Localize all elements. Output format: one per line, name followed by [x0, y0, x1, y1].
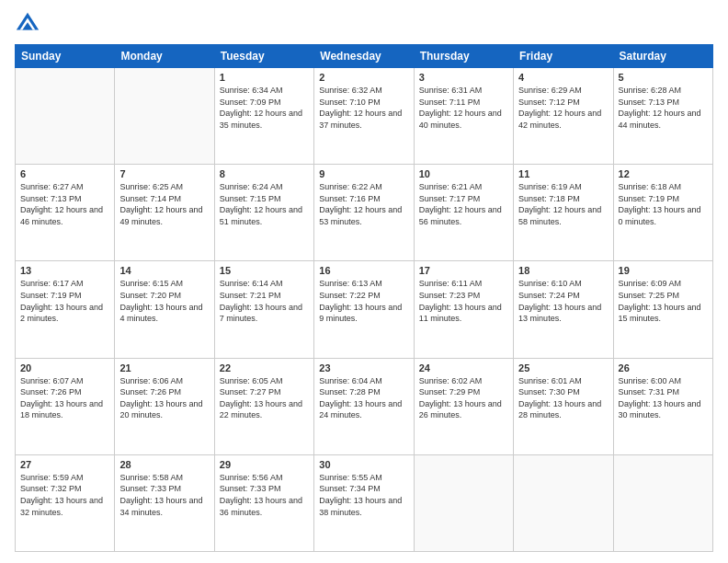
logo-icon [15, 11, 40, 37]
day-info: Sunrise: 5:59 AM Sunset: 7:32 PM Dayligh… [20, 472, 109, 518]
day-info: Sunrise: 6:27 AM Sunset: 7:13 PM Dayligh… [20, 181, 109, 227]
calendar-table: SundayMondayTuesdayWednesdayThursdayFrid… [15, 44, 713, 552]
day-number: 1 [220, 72, 309, 83]
day-number: 19 [619, 265, 708, 276]
day-number: 5 [619, 72, 708, 83]
calendar-week-3: 13Sunrise: 6:17 AM Sunset: 7:19 PM Dayli… [16, 261, 713, 358]
day-info: Sunrise: 5:55 AM Sunset: 7:34 PM Dayligh… [319, 472, 408, 518]
day-info: Sunrise: 6:22 AM Sunset: 7:16 PM Dayligh… [319, 181, 408, 227]
day-number: 25 [518, 362, 608, 373]
day-info: Sunrise: 6:15 AM Sunset: 7:20 PM Dayligh… [119, 278, 209, 324]
calendar-cell: 16Sunrise: 6:13 AM Sunset: 7:22 PM Dayli… [314, 261, 414, 358]
day-number: 18 [518, 265, 608, 276]
day-info: Sunrise: 5:58 AM Sunset: 7:33 PM Dayligh… [119, 472, 209, 518]
calendar-cell: 26Sunrise: 6:00 AM Sunset: 7:31 PM Dayli… [613, 358, 712, 454]
day-number: 28 [119, 459, 209, 470]
day-info: Sunrise: 6:34 AM Sunset: 7:09 PM Dayligh… [220, 85, 309, 131]
day-info: Sunrise: 6:18 AM Sunset: 7:19 PM Dayligh… [619, 181, 708, 227]
calendar-cell: 9Sunrise: 6:22 AM Sunset: 7:16 PM Daylig… [314, 165, 414, 261]
day-number: 27 [20, 459, 109, 470]
day-info: Sunrise: 6:00 AM Sunset: 7:31 PM Dayligh… [619, 375, 708, 421]
day-number: 13 [20, 265, 109, 276]
calendar-week-2: 6Sunrise: 6:27 AM Sunset: 7:13 PM Daylig… [16, 165, 713, 261]
day-info: Sunrise: 6:05 AM Sunset: 7:27 PM Dayligh… [220, 375, 309, 421]
day-number: 23 [319, 362, 408, 373]
day-info: Sunrise: 6:13 AM Sunset: 7:22 PM Dayligh… [319, 278, 408, 324]
weekday-header-thursday: Thursday [414, 45, 513, 68]
day-number: 16 [319, 265, 408, 276]
calendar-cell [16, 68, 115, 165]
day-info: Sunrise: 6:21 AM Sunset: 7:17 PM Dayligh… [419, 181, 508, 227]
day-number: 4 [518, 72, 608, 83]
day-number: 14 [119, 265, 209, 276]
weekday-header-monday: Monday [115, 45, 214, 68]
calendar-cell: 22Sunrise: 6:05 AM Sunset: 7:27 PM Dayli… [214, 358, 313, 454]
day-info: Sunrise: 6:11 AM Sunset: 7:23 PM Dayligh… [419, 278, 508, 324]
day-info: Sunrise: 6:04 AM Sunset: 7:28 PM Dayligh… [319, 375, 408, 421]
calendar-cell: 7Sunrise: 6:25 AM Sunset: 7:14 PM Daylig… [115, 165, 214, 261]
calendar-cell: 8Sunrise: 6:24 AM Sunset: 7:15 PM Daylig… [214, 165, 313, 261]
weekday-header-tuesday: Tuesday [214, 45, 313, 68]
calendar-cell: 29Sunrise: 5:56 AM Sunset: 7:33 PM Dayli… [214, 454, 313, 551]
calendar-cell: 27Sunrise: 5:59 AM Sunset: 7:32 PM Dayli… [16, 454, 115, 551]
calendar-week-4: 20Sunrise: 6:07 AM Sunset: 7:26 PM Dayli… [16, 358, 713, 454]
calendar-header-row: SundayMondayTuesdayWednesdayThursdayFrid… [16, 45, 713, 68]
weekday-header-wednesday: Wednesday [314, 45, 414, 68]
calendar-cell: 18Sunrise: 6:10 AM Sunset: 7:24 PM Dayli… [514, 261, 613, 358]
calendar-cell: 28Sunrise: 5:58 AM Sunset: 7:33 PM Dayli… [115, 454, 214, 551]
day-number: 12 [619, 168, 708, 179]
calendar-cell [613, 454, 712, 551]
weekday-header-sunday: Sunday [16, 45, 115, 68]
day-number: 24 [419, 362, 508, 373]
day-number: 2 [319, 72, 408, 83]
day-number: 9 [319, 168, 408, 179]
calendar-cell [115, 68, 214, 165]
day-number: 29 [220, 459, 309, 470]
calendar-week-1: 1Sunrise: 6:34 AM Sunset: 7:09 PM Daylig… [16, 68, 713, 165]
day-info: Sunrise: 6:19 AM Sunset: 7:18 PM Dayligh… [518, 181, 608, 227]
calendar-cell: 4Sunrise: 6:29 AM Sunset: 7:12 PM Daylig… [514, 68, 613, 165]
page: SundayMondayTuesdayWednesdayThursdayFrid… [0, 0, 728, 563]
calendar-cell: 23Sunrise: 6:04 AM Sunset: 7:28 PM Dayli… [314, 358, 414, 454]
day-info: Sunrise: 5:56 AM Sunset: 7:33 PM Dayligh… [220, 472, 309, 518]
header [15, 11, 713, 37]
day-info: Sunrise: 6:10 AM Sunset: 7:24 PM Dayligh… [518, 278, 608, 324]
calendar-cell: 3Sunrise: 6:31 AM Sunset: 7:11 PM Daylig… [414, 68, 513, 165]
day-number: 7 [119, 168, 209, 179]
day-number: 26 [619, 362, 708, 373]
calendar-cell: 2Sunrise: 6:32 AM Sunset: 7:10 PM Daylig… [314, 68, 414, 165]
day-info: Sunrise: 6:17 AM Sunset: 7:19 PM Dayligh… [20, 278, 109, 324]
day-info: Sunrise: 6:31 AM Sunset: 7:11 PM Dayligh… [419, 85, 508, 131]
day-number: 10 [419, 168, 508, 179]
weekday-header-friday: Friday [514, 45, 613, 68]
calendar-cell: 10Sunrise: 6:21 AM Sunset: 7:17 PM Dayli… [414, 165, 513, 261]
day-info: Sunrise: 6:07 AM Sunset: 7:26 PM Dayligh… [20, 375, 109, 421]
day-number: 22 [220, 362, 309, 373]
calendar-cell: 20Sunrise: 6:07 AM Sunset: 7:26 PM Dayli… [16, 358, 115, 454]
day-number: 30 [319, 459, 408, 470]
day-info: Sunrise: 6:09 AM Sunset: 7:25 PM Dayligh… [619, 278, 708, 324]
calendar-cell: 1Sunrise: 6:34 AM Sunset: 7:09 PM Daylig… [214, 68, 313, 165]
day-info: Sunrise: 6:32 AM Sunset: 7:10 PM Dayligh… [319, 85, 408, 131]
calendar-cell: 6Sunrise: 6:27 AM Sunset: 7:13 PM Daylig… [16, 165, 115, 261]
day-number: 15 [220, 265, 309, 276]
day-info: Sunrise: 6:29 AM Sunset: 7:12 PM Dayligh… [518, 85, 608, 131]
day-number: 11 [518, 168, 608, 179]
calendar-cell: 21Sunrise: 6:06 AM Sunset: 7:26 PM Dayli… [115, 358, 214, 454]
day-info: Sunrise: 6:25 AM Sunset: 7:14 PM Dayligh… [119, 181, 209, 227]
day-info: Sunrise: 6:02 AM Sunset: 7:29 PM Dayligh… [419, 375, 508, 421]
day-info: Sunrise: 6:28 AM Sunset: 7:13 PM Dayligh… [619, 85, 708, 131]
calendar-cell: 25Sunrise: 6:01 AM Sunset: 7:30 PM Dayli… [514, 358, 613, 454]
day-info: Sunrise: 6:06 AM Sunset: 7:26 PM Dayligh… [119, 375, 209, 421]
calendar-cell: 17Sunrise: 6:11 AM Sunset: 7:23 PM Dayli… [414, 261, 513, 358]
day-number: 8 [220, 168, 309, 179]
calendar-cell: 12Sunrise: 6:18 AM Sunset: 7:19 PM Dayli… [613, 165, 712, 261]
day-number: 21 [119, 362, 209, 373]
calendar-cell [414, 454, 513, 551]
logo [15, 11, 44, 37]
day-number: 17 [419, 265, 508, 276]
calendar-cell: 24Sunrise: 6:02 AM Sunset: 7:29 PM Dayli… [414, 358, 513, 454]
calendar-week-5: 27Sunrise: 5:59 AM Sunset: 7:32 PM Dayli… [16, 454, 713, 551]
day-info: Sunrise: 6:24 AM Sunset: 7:15 PM Dayligh… [220, 181, 309, 227]
weekday-header-saturday: Saturday [613, 45, 712, 68]
